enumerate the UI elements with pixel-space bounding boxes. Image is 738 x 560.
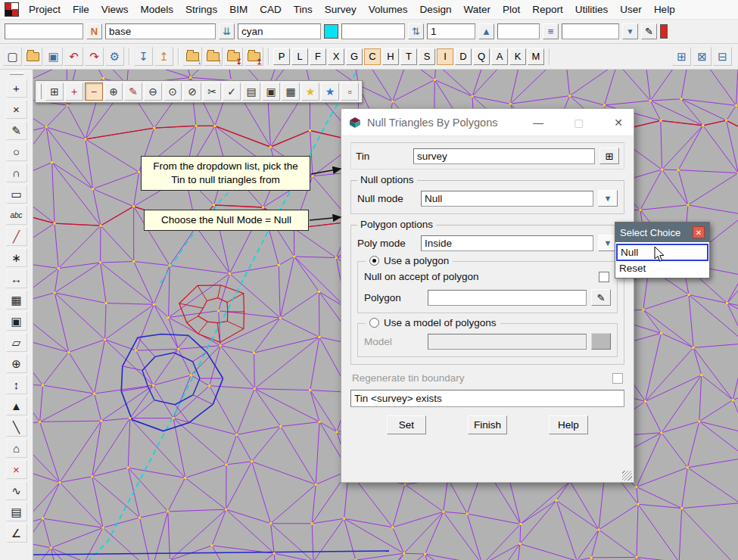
open-project-icon[interactable]	[23, 47, 42, 66]
favourites-star-icon[interactable]: ★	[301, 82, 319, 101]
name-n-button[interactable]: N	[86, 23, 102, 39]
text-abc-icon[interactable]: abc	[6, 206, 27, 225]
boxed-view-icon[interactable]: ▣	[6, 312, 27, 331]
settings-gear-icon[interactable]: ⚙	[105, 47, 124, 66]
zoom-previous-icon[interactable]: ⊘	[183, 82, 201, 101]
menu-user[interactable]: User	[614, 2, 648, 17]
fkey-c-button[interactable]: C	[364, 48, 381, 65]
choice-item-null[interactable]: Null	[616, 244, 708, 261]
popup-titlebar[interactable]: Select Choice ✕	[615, 222, 709, 242]
menu-report[interactable]: Report	[526, 2, 569, 17]
backslope-icon[interactable]: ╲	[6, 418, 27, 437]
fkey-h-button[interactable]: H	[382, 48, 399, 65]
null-on-accept-checkbox[interactable]	[599, 272, 609, 282]
write-model-icon[interactable]: ↑	[204, 47, 223, 66]
tin-picker-button[interactable]: ⊞	[599, 148, 619, 164]
fkey-s-button[interactable]: S	[419, 48, 435, 65]
fkey-a-button[interactable]: A	[491, 48, 508, 65]
fkey-t-button[interactable]: T	[400, 48, 417, 65]
menu-file[interactable]: File	[67, 2, 95, 17]
fkey-q-button[interactable]: Q	[473, 48, 490, 65]
redo-icon[interactable]: ↷	[85, 47, 104, 66]
set-button[interactable]: Set	[387, 415, 426, 434]
delete-view-icon[interactable]: ⊠	[693, 47, 712, 66]
zoom-plus-icon[interactable]: +	[65, 82, 83, 101]
pencil-icon[interactable]: ✎	[6, 121, 27, 140]
menu-help[interactable]: Help	[648, 2, 681, 17]
menu-volumes[interactable]: Volumes	[363, 2, 414, 17]
move-vertical-icon[interactable]: ↕	[6, 375, 27, 394]
resize-grip[interactable]	[622, 471, 632, 481]
menu-tins[interactable]: Tins	[288, 2, 319, 17]
height-input[interactable]	[341, 23, 405, 39]
chainage-input[interactable]	[497, 23, 540, 39]
help-button[interactable]: Help	[549, 415, 588, 434]
delete-cross-icon[interactable]: ×	[6, 100, 27, 119]
model-list-button[interactable]: ⇊	[219, 23, 235, 39]
undo-icon[interactable]: ↶	[64, 47, 83, 66]
menu-view-icon[interactable]: ⊟	[713, 47, 732, 66]
sheet-grid-icon[interactable]: ▦	[282, 82, 300, 101]
edit-pencil-button[interactable]: ✎	[641, 23, 657, 39]
angle-icon[interactable]: ∠	[6, 524, 27, 543]
fkey-f-button[interactable]: F	[310, 48, 326, 65]
colour-swatch[interactable]	[324, 24, 338, 39]
fkey-p-button[interactable]: P	[273, 48, 290, 65]
small-x-icon[interactable]: ×	[6, 460, 27, 479]
menu-views[interactable]: Views	[95, 2, 135, 17]
toolbar-handle[interactable]	[39, 84, 42, 99]
choice-item-reset[interactable]: Reset	[616, 261, 708, 276]
fkey-g-button[interactable]: G	[346, 48, 363, 65]
dropdown-button[interactable]: ▼	[622, 23, 638, 39]
export-model-icon[interactable]: ↥	[244, 47, 263, 66]
zoom-out-icon[interactable]: ⊖	[144, 82, 162, 101]
menu-cad[interactable]: CAD	[254, 2, 288, 17]
linestyle-list-button[interactable]: ≡	[543, 23, 559, 39]
zoom-in-icon[interactable]: ⊕	[104, 82, 123, 101]
close-button[interactable]: ✕	[614, 117, 623, 129]
toolbar-grip[interactable]	[10, 72, 23, 75]
arc-tool-icon[interactable]: ∩	[6, 163, 27, 182]
fkey-k-button[interactable]: K	[509, 48, 526, 65]
import-icon[interactable]: ↧	[134, 47, 153, 66]
menu-models[interactable]: Models	[135, 2, 180, 17]
use-model-radio[interactable]	[369, 318, 379, 328]
import-model-icon[interactable]: ↧	[224, 47, 243, 66]
curve-icon[interactable]: ∿	[6, 481, 27, 500]
minimize-button[interactable]: —	[533, 117, 543, 129]
menu-bim[interactable]: BIM	[223, 2, 254, 17]
cut-strings-icon[interactable]: ✂	[203, 82, 221, 101]
save-project-icon[interactable]: ▣	[44, 47, 63, 66]
fkey-i-button[interactable]: I	[437, 48, 453, 65]
cad-text-input[interactable]	[5, 23, 83, 39]
fkey-d-button[interactable]: D	[455, 48, 472, 65]
profile-chart-button[interactable]: ▲	[478, 23, 494, 39]
pan-move-icon[interactable]: +	[6, 79, 27, 98]
maximize-button[interactable]: ▢	[574, 117, 584, 129]
clean-tin-icon[interactable]: ✓	[223, 82, 241, 101]
add-view-icon[interactable]: ⊞	[672, 47, 691, 66]
point-asterisk-icon[interactable]: ∗	[6, 248, 27, 267]
table-grid-icon[interactable]: ▦	[6, 291, 27, 310]
popup-close-button[interactable]: ✕	[693, 226, 705, 238]
menu-survey[interactable]: Survey	[319, 2, 363, 17]
fkey-l-button[interactable]: L	[291, 48, 308, 65]
copy-view-icon[interactable]: ▣	[262, 82, 280, 101]
menu-plot[interactable]: Plot	[497, 2, 526, 17]
measure-icon[interactable]: ↔	[6, 269, 27, 288]
new-project-icon[interactable]: ▢	[3, 47, 22, 66]
mark-pen-icon[interactable]: ✎	[124, 82, 142, 101]
print-icon[interactable]: ▤	[242, 82, 260, 101]
finish-button[interactable]: Finish	[468, 415, 507, 434]
menu-strings[interactable]: Strings	[179, 2, 223, 17]
weight-input[interactable]	[427, 23, 475, 39]
model-input[interactable]	[105, 23, 216, 39]
tin-input[interactable]	[413, 148, 595, 164]
star-blue-icon[interactable]: ★	[321, 82, 339, 101]
linestyle-input[interactable]	[562, 23, 619, 39]
snap-point-icon[interactable]: ⊕	[6, 354, 27, 373]
small-window-icon[interactable]: ▫	[341, 82, 359, 101]
null-mode-input[interactable]	[421, 191, 593, 207]
z-order-button[interactable]: ⇅	[408, 23, 424, 39]
menu-utilities[interactable]: Utilities	[569, 2, 615, 17]
